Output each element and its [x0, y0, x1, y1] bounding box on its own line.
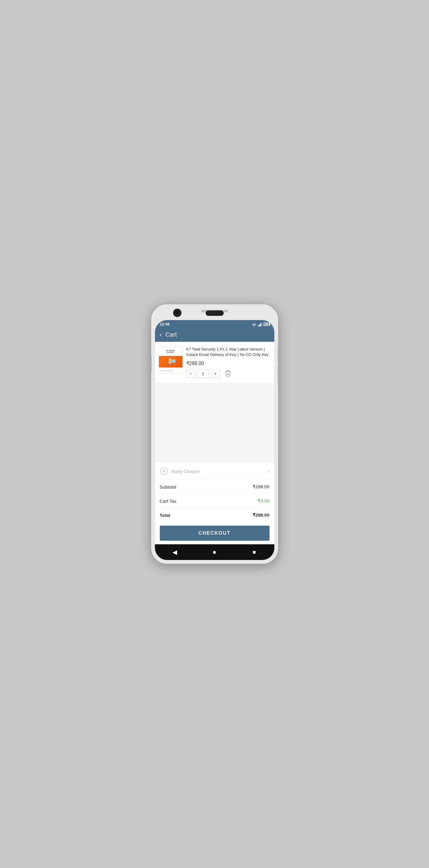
- page-title: Cart: [165, 331, 177, 338]
- bottom-navigation: [155, 544, 274, 560]
- subtotal-value: ₹288.00: [253, 484, 270, 490]
- screen: 12:46: [155, 320, 274, 560]
- delete-item-button[interactable]: [225, 370, 231, 378]
- increase-quantity-button[interactable]: +: [211, 369, 220, 378]
- apply-coupon-label: Apply Coupon: [171, 469, 268, 474]
- coupon-icon: %: [160, 467, 168, 475]
- total-value: ₹288.00: [253, 513, 270, 518]
- tax-row: Cart Tax ₹0.00: [160, 494, 270, 508]
- battery-icon: [264, 322, 270, 326]
- camera: [173, 309, 182, 317]
- cart-content: K7 TOTAL SECURITY: [155, 342, 274, 544]
- apply-coupon-section[interactable]: % Apply Coupon ›: [155, 462, 274, 480]
- svg-rect-4: [172, 360, 175, 362]
- product-price: ₹288.00: [186, 361, 271, 366]
- product-image: K7 TOTAL SECURITY: [159, 347, 183, 374]
- empty-cart-space: [155, 383, 274, 462]
- total-row: Total ₹288.00: [160, 508, 270, 522]
- quantity-value: 1: [198, 369, 209, 378]
- subtotal-row: Subtotal ₹288.00: [160, 480, 270, 494]
- decrease-quantity-button[interactable]: −: [186, 369, 195, 378]
- total-label: Total: [160, 513, 170, 518]
- phone-frame: 12:46: [151, 304, 278, 564]
- svg-text:%: %: [162, 469, 165, 473]
- power-button[interactable]: [151, 355, 152, 372]
- svg-rect-5: [168, 364, 171, 364]
- product-info: K7 Total Security 1 Pc 1 Year Latest Ver…: [186, 347, 271, 378]
- nav-recents-button[interactable]: [250, 547, 259, 557]
- tax-value: ₹0.00: [257, 498, 269, 504]
- notch: [206, 310, 224, 316]
- volume-up-button[interactable]: [278, 347, 278, 362]
- price-summary: Subtotal ₹288.00 Cart Tax ₹0.00 Total ₹2…: [155, 480, 274, 522]
- checkout-button[interactable]: CHECKOUT: [160, 526, 270, 541]
- nav-home-button[interactable]: [210, 547, 219, 557]
- svg-text:V: V: [174, 357, 176, 359]
- status-time: 12:46: [160, 322, 170, 327]
- app-bar: ‹ Cart: [155, 328, 274, 342]
- cart-item: K7 TOTAL SECURITY: [155, 342, 274, 383]
- nav-back-button[interactable]: [170, 547, 180, 557]
- quantity-row: − 1 +: [186, 369, 271, 378]
- status-bar: 12:46: [155, 320, 274, 328]
- back-button[interactable]: ‹: [160, 332, 162, 338]
- signal-icon: [258, 322, 262, 327]
- subtotal-label: Subtotal: [160, 484, 176, 490]
- product-title: K7 Total Security 1 Pc 1 Year Latest Ver…: [186, 347, 271, 358]
- coupon-arrow-icon: ›: [268, 468, 270, 474]
- volume-down-button[interactable]: [278, 365, 278, 386]
- wifi-icon: [252, 322, 256, 326]
- svg-point-2: [168, 358, 172, 361]
- tax-label: Cart Tax: [160, 498, 177, 504]
